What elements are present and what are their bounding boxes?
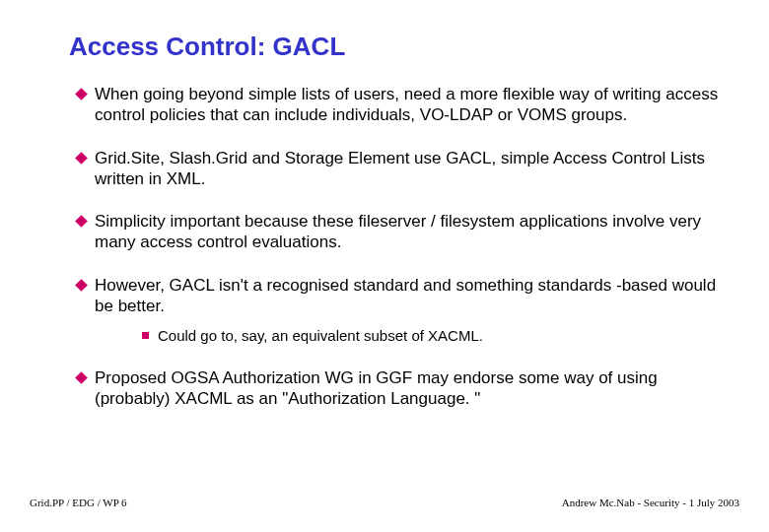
diamond-icon	[75, 371, 88, 384]
bullet-text: However, GACL isn't a recognised standar…	[95, 276, 716, 315]
diamond-icon	[75, 215, 88, 228]
bullet-item: When going beyond simple lists of users,…	[77, 84, 720, 126]
footer-left: Grid.PP / EDG / WP 6	[30, 497, 127, 508]
bullet-list: When going beyond simple lists of users,…	[49, 84, 720, 409]
bullet-item: Grid.Site, Slash.Grid and Storage Elemen…	[77, 148, 720, 190]
diamond-icon	[75, 88, 88, 100]
bullet-text: Proposed OGSA Authorization WG in GGF ma…	[95, 368, 658, 408]
bullet-text: When going beyond simple lists of users,…	[95, 85, 718, 124]
bullet-item: Proposed OGSA Authorization WG in GGF ma…	[77, 367, 720, 410]
sub-bullet-text: Could go to, say, an equivalent subset o…	[158, 327, 483, 344]
diamond-icon	[75, 152, 88, 165]
slide: Access Control: GACL When going beyond s…	[0, 0, 769, 532]
footer-right: Andrew Mc.Nab - Security - 1 July 2003	[562, 497, 739, 508]
bullet-item: Simplicity important because these files…	[77, 211, 720, 253]
bullet-item: However, GACL isn't a recognised standar…	[77, 275, 720, 346]
sub-bullet-list: Could go to, say, an equivalent subset o…	[95, 326, 720, 346]
slide-title: Access Control: GACL	[69, 32, 720, 62]
bullet-text: Grid.Site, Slash.Grid and Storage Elemen…	[95, 149, 705, 188]
square-icon	[142, 332, 149, 339]
footer: Grid.PP / EDG / WP 6 Andrew Mc.Nab - Sec…	[30, 497, 739, 508]
bullet-text: Simplicity important because these files…	[95, 212, 701, 251]
diamond-icon	[75, 279, 88, 292]
sub-bullet-item: Could go to, say, an equivalent subset o…	[142, 326, 720, 346]
